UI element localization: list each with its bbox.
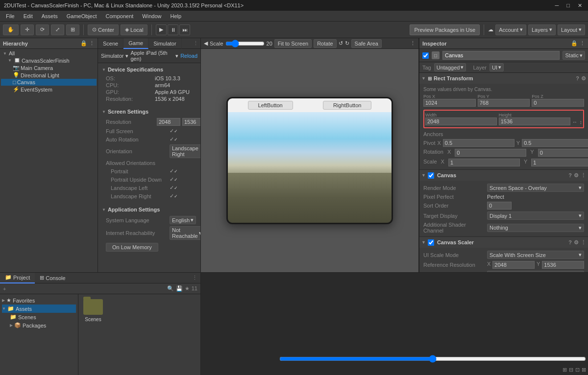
- hierarchy-item-directional-light[interactable]: 💡 Directional Light: [1, 71, 97, 79]
- shader-channel-dropdown[interactable]: Nothing ▾: [487, 224, 584, 232]
- scale-slider[interactable]: [225, 40, 265, 47]
- render-mode-dropdown[interactable]: Screen Space - Overlay ▾: [487, 184, 584, 192]
- canvas-menu-icon[interactable]: ⋮: [581, 172, 586, 179]
- object-enable-checkbox[interactable]: [422, 52, 429, 59]
- sort-order-input[interactable]: [487, 202, 512, 210]
- scaler-info-icon[interactable]: ?: [568, 239, 572, 246]
- app-settings-header[interactable]: ▼ Application Settings: [102, 205, 196, 214]
- canvas-enable-checkbox[interactable]: [428, 172, 434, 179]
- scaler-settings-icon[interactable]: ⚙: [574, 239, 579, 246]
- menu-edit[interactable]: Edit: [20, 12, 37, 20]
- scenes-folder-item[interactable]: Scenes: [83, 299, 103, 322]
- menu-gameobject[interactable]: GameObject: [63, 12, 101, 20]
- posx-input[interactable]: [423, 99, 476, 107]
- width-input[interactable]: [425, 117, 497, 125]
- tag-dropdown[interactable]: Untagged ▾: [434, 63, 466, 71]
- menu-window[interactable]: Window: [138, 12, 165, 20]
- portrait-upside-down-check[interactable]: ✓: [170, 176, 178, 183]
- fullscreen-check[interactable]: ✓: [170, 128, 178, 134]
- br-icon-1[interactable]: ⊞: [563, 367, 567, 373]
- object-name-input[interactable]: [442, 51, 560, 60]
- tab-scene[interactable]: Scene: [98, 38, 123, 49]
- inspector-lock-icon[interactable]: 🔒: [571, 40, 578, 47]
- height-input[interactable]: [499, 117, 570, 125]
- portrait-check[interactable]: ✓: [170, 168, 178, 174]
- res-height-input[interactable]: [182, 118, 200, 126]
- local-btn[interactable]: ◈ Local: [121, 24, 147, 35]
- system-language-dropdown[interactable]: English ▾: [170, 216, 196, 224]
- rot-y-input[interactable]: [538, 149, 588, 157]
- layers-dropdown[interactable]: Layers ▾: [528, 24, 556, 35]
- step-button[interactable]: ⏭: [179, 24, 190, 35]
- device-specs-header[interactable]: ▼ Device Specifications: [102, 65, 196, 74]
- static-dropdown[interactable]: Static ▾: [563, 51, 585, 60]
- ref-res-y-input[interactable]: [542, 261, 584, 269]
- rt-settings-icon[interactable]: ⚙: [581, 75, 586, 82]
- assets-save-icon[interactable]: 💾: [176, 285, 183, 292]
- prev-btn[interactable]: ◀: [204, 40, 208, 47]
- bottom-panel-menu[interactable]: ⋮: [189, 275, 200, 281]
- ref-res-x-input[interactable]: [492, 261, 535, 269]
- canvas-settings-icon[interactable]: ⚙: [574, 172, 579, 179]
- menu-file[interactable]: File: [2, 12, 19, 20]
- scaler-enable-checkbox[interactable]: [428, 239, 434, 246]
- posy-input[interactable]: [478, 99, 530, 107]
- center-btn[interactable]: ⊙ Center: [88, 24, 119, 35]
- scale-y-input[interactable]: [531, 159, 588, 166]
- hierarchy-item-all[interactable]: ▼ All: [1, 50, 97, 57]
- add-asset-btn[interactable]: +: [3, 286, 6, 292]
- hierarchy-item-main-camera[interactable]: 📷 Main Camera: [1, 64, 97, 71]
- posz-input[interactable]: [532, 99, 584, 107]
- preview-packages-btn[interactable]: Preview Packages in Use: [410, 24, 480, 35]
- autorotation-check[interactable]: ✓: [170, 136, 178, 142]
- tool-rotate[interactable]: ⟳: [36, 24, 49, 35]
- layer-dropdown[interactable]: UI ▾: [490, 63, 504, 71]
- close-btn[interactable]: ✕: [576, 2, 584, 9]
- hierarchy-lock-icon[interactable]: 🔒: [80, 40, 87, 47]
- menu-help[interactable]: Help: [166, 12, 185, 20]
- inspector-menu-icon[interactable]: ⋮: [580, 40, 585, 47]
- fit-to-screen-btn[interactable]: Fit to Screen: [274, 39, 312, 48]
- play-button[interactable]: ▶: [156, 24, 167, 35]
- assets-item[interactable]: ▼ 📁 Assets: [2, 305, 76, 313]
- rect-transform-header[interactable]: ▼ ⊞ Rect Transform ? ⚙: [419, 73, 588, 84]
- bottom-scrollbar[interactable]: [279, 355, 586, 363]
- br-icon-4[interactable]: ⊠: [582, 367, 586, 373]
- on-low-memory-btn[interactable]: On Low Memory: [106, 243, 158, 252]
- ui-scale-mode-dropdown[interactable]: Scale With Screen Size ▾: [487, 251, 584, 259]
- scenes-item[interactable]: 📁 Scenes: [2, 313, 76, 321]
- hierarchy-menu-icon[interactable]: ⋮: [89, 40, 95, 47]
- minimize-btn[interactable]: ─: [553, 2, 561, 9]
- rt-expand-v[interactable]: ↕: [580, 119, 583, 125]
- tool-scale[interactable]: ⤢: [51, 24, 64, 35]
- tool-hand[interactable]: ✋: [3, 24, 19, 35]
- tab-console[interactable]: ⊞ Console: [35, 273, 70, 283]
- internet-reachability-dropdown[interactable]: Not Reachable ▾: [170, 226, 200, 240]
- rt-info-icon[interactable]: ?: [576, 75, 579, 82]
- menu-component[interactable]: Component: [101, 12, 137, 20]
- br-icon-2[interactable]: ⊟: [569, 367, 573, 373]
- tool-move[interactable]: ✛: [21, 24, 34, 35]
- tab-game[interactable]: Game: [123, 38, 148, 49]
- rotate-btn[interactable]: Rotate: [314, 39, 336, 48]
- packages-item[interactable]: ▶ 📦 Packages: [2, 321, 76, 329]
- scale-x-input[interactable]: [448, 159, 520, 166]
- account-dropdown[interactable]: Account ▾: [495, 24, 526, 35]
- hierarchy-item-canvas[interactable]: □ Canvas: [1, 79, 97, 86]
- scaler-menu-icon[interactable]: ⋮: [581, 239, 586, 246]
- assets-star-icon[interactable]: ★: [185, 285, 190, 292]
- br-icon-3[interactable]: ⊡: [575, 367, 580, 373]
- tab-project[interactable]: 📁 Project: [0, 273, 35, 283]
- pivot-x-input[interactable]: [443, 139, 514, 147]
- right-button[interactable]: RightButton: [323, 101, 371, 110]
- canvas-scaler-header[interactable]: ▼ Canvas Scaler ? ⚙ ⋮: [419, 237, 588, 248]
- hierarchy-item-eventsystem[interactable]: ⚡ EventSystem: [1, 86, 97, 93]
- safe-area-btn[interactable]: Safe Area: [351, 39, 382, 48]
- canvas-component-header[interactable]: ▼ Canvas ? ⚙ ⋮: [419, 170, 588, 181]
- res-width-input[interactable]: [157, 118, 180, 126]
- scene-menu-btn[interactable]: ⋮: [410, 40, 416, 47]
- target-display-dropdown[interactable]: Display 1 ▾: [487, 211, 584, 220]
- canvas-info-icon[interactable]: ?: [568, 172, 572, 179]
- maximize-btn[interactable]: □: [564, 2, 572, 9]
- tool-rect[interactable]: ⊞: [66, 24, 79, 35]
